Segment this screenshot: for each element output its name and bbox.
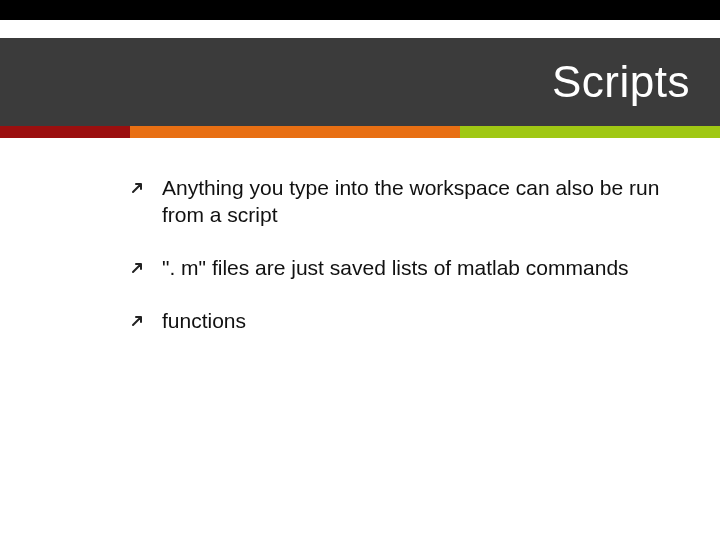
list-item: ". m" files are just saved lists of matl… <box>130 255 670 282</box>
bullet-text: ". m" files are just saved lists of matl… <box>162 255 670 282</box>
accent-stripe-orange <box>130 126 460 138</box>
slide-body: Anything you type into the workspace can… <box>130 175 670 361</box>
top-black-bar <box>0 0 720 20</box>
bullet-arrow-icon <box>130 312 148 330</box>
accent-stripe <box>0 126 720 138</box>
slide-title: Scripts <box>552 57 690 107</box>
bullet-arrow-icon <box>130 259 148 277</box>
slide: Scripts Anything you type into the works… <box>0 0 720 540</box>
bullet-text: Anything you type into the workspace can… <box>162 175 670 229</box>
accent-stripe-green <box>460 126 720 138</box>
list-item: functions <box>130 308 670 335</box>
list-item: Anything you type into the workspace can… <box>130 175 670 229</box>
accent-stripe-red <box>0 126 130 138</box>
bullet-text: functions <box>162 308 670 335</box>
title-band: Scripts <box>0 38 720 126</box>
bullet-arrow-icon <box>130 179 148 197</box>
